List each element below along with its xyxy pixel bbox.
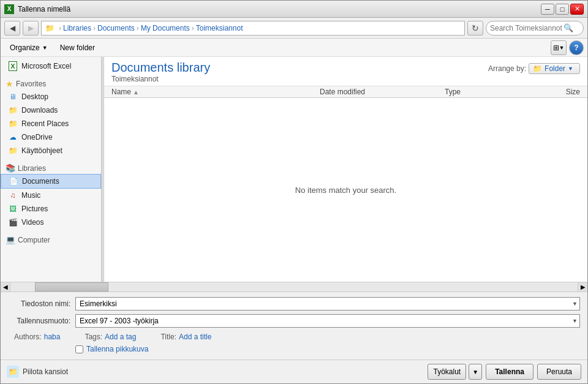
- title-bar: X Tallenna nimellä ─ □ ✕: [1, 1, 587, 18]
- library-subtitle: Toimeksiannot: [111, 75, 210, 83]
- file-name-input-wrapper: [75, 297, 580, 311]
- title-value[interactable]: Add a title: [179, 333, 211, 341]
- desktop-icon: 🖥: [9, 92, 17, 101]
- new-folder-button[interactable]: New folder: [55, 40, 100, 55]
- close-button[interactable]: ✕: [570, 4, 584, 15]
- col-type-header[interactable]: Type: [445, 88, 528, 96]
- file-type-select[interactable]: Excel 97 - 2003 -työkirja: [75, 314, 580, 328]
- sidebar: X Microsoft Excel ★ Favorites 🖥 Desktop …: [1, 57, 102, 282]
- star-icon: ★: [6, 79, 13, 89]
- horizontal-scrollbar[interactable]: ◀ ▶: [1, 282, 587, 292]
- tags-group: Tags: Add a tag: [85, 333, 136, 341]
- chevron-down-icon: ▼: [472, 369, 478, 375]
- forward-button[interactable]: ▶: [23, 21, 39, 36]
- library-icon: 📚: [6, 164, 15, 173]
- sidebar-item-onedrive[interactable]: ☁ OneDrive: [1, 130, 101, 144]
- sidebar-item-documents[interactable]: 📄 Documents: [1, 174, 101, 189]
- authors-value[interactable]: haba: [44, 333, 61, 341]
- sidebar-excel-label: Microsoft Excel: [21, 62, 71, 70]
- file-type-row: Tallennusmuoto: Excel 97 - 2003 -työkirj…: [8, 314, 580, 328]
- organize-button[interactable]: Organize ▼: [4, 40, 53, 55]
- tags-label: Tags:: [85, 333, 102, 341]
- folder-collapse-icon: 📁: [7, 366, 19, 378]
- downloads-icon: 📁: [9, 106, 18, 115]
- authors-label: Authors:: [14, 333, 42, 341]
- title-label: Title:: [160, 333, 176, 341]
- cancel-button[interactable]: Peruuta: [537, 364, 581, 380]
- sidebar-item-desktop[interactable]: 🖥 Desktop: [1, 90, 101, 104]
- thumbnail-label[interactable]: Tallenna pikkukuva: [75, 345, 148, 353]
- scroll-thumb[interactable]: [35, 282, 108, 292]
- path-documents[interactable]: Documents: [97, 24, 135, 32]
- empty-message: No items match your search.: [295, 186, 396, 195]
- refresh-button[interactable]: ↻: [467, 21, 483, 36]
- sidebar-item-music[interactable]: ♫ Music: [1, 189, 101, 202]
- thumbnail-checkbox[interactable]: [75, 345, 83, 353]
- piilota-label[interactable]: Piilota kansiot: [23, 367, 68, 376]
- authors-group: Authors: haba: [14, 333, 60, 341]
- libraries-label: Libraries: [18, 164, 46, 173]
- arrange-dropdown[interactable]: 📁 Folder ▼: [529, 63, 580, 74]
- path-libraries[interactable]: Libraries: [63, 24, 91, 32]
- path-my-documents[interactable]: My Documents: [141, 24, 190, 32]
- file-name-label: Tiedoston nimi:: [8, 299, 75, 308]
- path-toimeksiannot[interactable]: Toimeksiannot: [196, 24, 243, 32]
- address-path[interactable]: 📁 › Libraries › Documents › My Documents…: [41, 21, 465, 36]
- tools-button[interactable]: Työkalut: [428, 364, 466, 380]
- back-button[interactable]: ◀: [4, 21, 20, 36]
- library-title: Documents library: [111, 61, 210, 75]
- folder-icon: 📁: [533, 64, 542, 73]
- col-size-header[interactable]: Size: [528, 88, 580, 96]
- scroll-right-button[interactable]: ▶: [578, 282, 587, 292]
- help-button[interactable]: ?: [569, 40, 584, 55]
- folder-icon: 📁: [9, 146, 18, 155]
- maximize-button[interactable]: □: [556, 4, 569, 15]
- sidebar-item-downloads[interactable]: 📁 Downloads: [1, 104, 101, 117]
- music-icon: ♫: [10, 191, 16, 200]
- excel-icon: X: [9, 61, 17, 71]
- tools-dropdown-button[interactable]: ▼: [469, 364, 482, 380]
- action-bar: 📁 Piilota kansiot Työkalut ▼ Tallenna Pe…: [1, 360, 587, 383]
- search-icon: 🔍: [564, 23, 573, 32]
- col-date-header[interactable]: Date modified: [320, 88, 445, 96]
- bottom-form: Tiedoston nimi: Tallennusmuoto: Excel 97…: [1, 292, 587, 360]
- view-icon: ⊞: [553, 43, 559, 52]
- thumbnail-row: Tallenna pikkukuva: [8, 344, 580, 357]
- sort-arrow-icon: ▲: [133, 89, 139, 96]
- sidebar-favorites-header[interactable]: ★ Favorites: [1, 77, 101, 90]
- folder-icon: 📁: [45, 24, 55, 32]
- file-name-row: Tiedoston nimi:: [8, 297, 580, 311]
- sidebar-item-kayttoohjeet[interactable]: 📁 Käyttöohjeet: [1, 144, 101, 157]
- minimize-button[interactable]: ─: [541, 4, 554, 15]
- chevron-down-icon: ▼: [42, 45, 48, 51]
- sidebar-item-excel[interactable]: X Microsoft Excel: [1, 59, 101, 73]
- col-name-header[interactable]: Name ▲: [111, 88, 320, 96]
- sidebar-item-videos[interactable]: 🎬 Videos: [1, 216, 101, 229]
- save-button[interactable]: Tallenna: [486, 364, 533, 380]
- sidebar-computer-header[interactable]: 💻 Computer: [1, 233, 101, 246]
- sidebar-item-pictures[interactable]: 🖼 Pictures: [1, 202, 101, 216]
- title-group: Title: Add a title: [160, 333, 211, 341]
- scroll-track[interactable]: [10, 282, 578, 292]
- videos-icon: 🎬: [9, 218, 18, 227]
- toolbar: Organize ▼ New folder ⊞ ▼ ?: [1, 39, 587, 57]
- file-area: Documents library Toimeksiannot Arrange …: [104, 57, 587, 282]
- address-bar: ◀ ▶ 📁 › Libraries › Documents › My Docum…: [1, 18, 587, 39]
- tags-value[interactable]: Add a tag: [105, 333, 136, 341]
- main-area: X Microsoft Excel ★ Favorites 🖥 Desktop …: [1, 57, 587, 282]
- file-type-label: Tallennusmuoto:: [8, 317, 75, 325]
- arrange-by-label: Arrange by:: [488, 64, 526, 73]
- sidebar-item-recent-places[interactable]: 📁 Recent Places: [1, 117, 101, 130]
- chevron-down-icon: ▼: [559, 45, 565, 51]
- search-input[interactable]: [490, 24, 564, 32]
- search-box[interactable]: 🔍: [486, 21, 584, 36]
- onedrive-icon: ☁: [9, 133, 17, 141]
- scroll-left-button[interactable]: ◀: [1, 282, 10, 292]
- pictures-icon: 🖼: [9, 205, 17, 213]
- sidebar-libraries-header[interactable]: 📚 Libraries: [1, 161, 101, 174]
- file-list: No items match your search.: [104, 98, 587, 282]
- arrange-by: Arrange by: 📁 Folder ▼: [488, 63, 580, 74]
- chevron-down-icon: ▼: [568, 66, 573, 72]
- view-button[interactable]: ⊞ ▼: [551, 40, 567, 55]
- file-name-input[interactable]: [75, 297, 580, 311]
